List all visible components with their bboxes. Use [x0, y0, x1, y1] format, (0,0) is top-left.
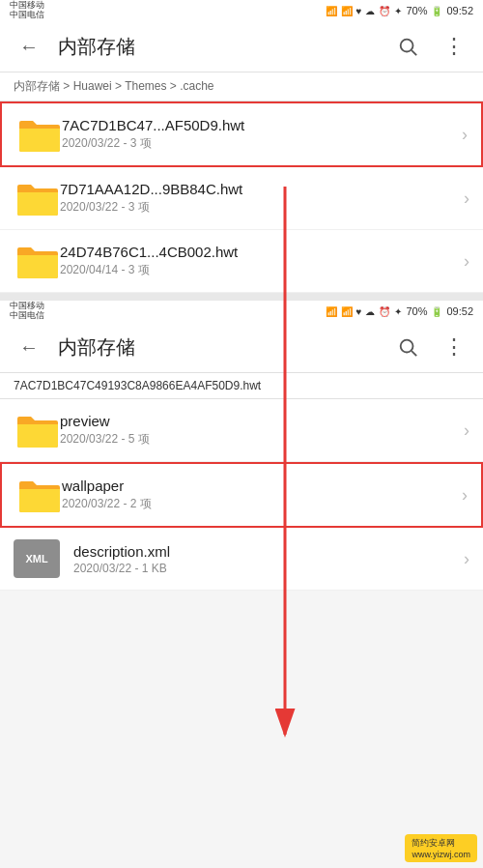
file-name-1-1: 7D71AAA12D...9BB84C.hwt [60, 181, 456, 197]
time-label: 09:52 [446, 5, 473, 16]
more-button-1[interactable]: ⋮ [437, 29, 471, 64]
carrier2-label-2: 中国电信 [10, 311, 44, 321]
file-item-2-1[interactable]: wallpaper 2020/03/22 - 2 项 › [0, 462, 483, 528]
chevron-icon-2-2: › [464, 549, 469, 569]
app-bar-2: ← 内部存储 ⋮ [0, 322, 483, 373]
watermark-line2: www.yizwj.com [412, 850, 470, 859]
file-info-2-0: preview 2020/03/22 - 5 项 [60, 413, 456, 448]
watermark-line1: 简约安卓网 [412, 837, 470, 850]
battery-label: 70% [406, 5, 427, 16]
file-name-2-0: preview [60, 413, 456, 429]
panel-1: 中国移动 中国电信 📶 📶 ♥ ☁ ⏰ ✦ 70% 🔋 09:52 ← 内部存储… [0, 0, 483, 293]
page-title-1: 内部存储 [58, 34, 379, 60]
xml-badge: XML [14, 539, 60, 578]
svg-point-2 [401, 340, 413, 353]
path-title-2: 7AC7D1BC47C49193C8A9866EA4AF50D9.hwt [0, 373, 483, 399]
file-name-2-2: description.xml [73, 543, 456, 560]
status-bar-2: 中国移动 中国电信 📶 📶 ♥ ☁ ⏰ ✦ 70% 🔋 09:52 [0, 301, 483, 322]
more-button-2[interactable]: ⋮ [437, 330, 471, 364]
file-meta-1-0: 2020/03/22 - 3 项 [62, 135, 454, 152]
page-title-2: 内部存储 [58, 334, 379, 361]
watermark: 简约安卓网 www.yizwj.com [405, 834, 477, 862]
app-bar-1: ← 内部存储 ⋮ [0, 21, 483, 72]
file-info-2-2: description.xml 2020/03/22 - 1 KB [73, 543, 456, 575]
battery-label-2: 70% [406, 305, 427, 317]
file-item-2-0[interactable]: preview 2020/03/22 - 5 项 › [0, 399, 483, 462]
file-info-1-2: 24D74B76C1...4CB002.hwt 2020/04/14 - 3 项 [60, 244, 456, 278]
folder-icon [14, 411, 60, 449]
file-item-2-2[interactable]: XML description.xml 2020/03/22 - 1 KB › [0, 528, 483, 591]
alarm-icon: ⏰ [379, 6, 390, 16]
search-icon-1 [397, 36, 418, 57]
file-list-2: preview 2020/03/22 - 5 项 › wallpaper 202… [0, 399, 483, 591]
file-meta-1-2: 2020/04/14 - 3 项 [60, 262, 456, 278]
alarm-icon-2: ⏰ [379, 306, 390, 317]
heart-icon-2: ♥ [356, 306, 362, 317]
search-button-2[interactable] [390, 330, 425, 364]
signal-icon-3: 📶 [326, 306, 337, 317]
panel-separator [0, 293, 483, 301]
heart-icon: ♥ [356, 6, 362, 16]
file-name-1-2: 24D74B76C1...4CB002.hwt [60, 244, 456, 260]
file-info-1-0: 7AC7D1BC47...AF50D9.hwt 2020/03/22 - 3 项 [62, 117, 454, 152]
file-meta-2-0: 2020/03/22 - 5 项 [60, 431, 456, 448]
file-info-1-1: 7D71AAA12D...9BB84C.hwt 2020/03/22 - 3 项 [60, 181, 456, 216]
chevron-icon-1-1: › [464, 188, 469, 209]
file-meta-2-1: 2020/03/22 - 2 项 [62, 496, 454, 512]
svg-line-1 [412, 50, 416, 55]
file-info-2-1: wallpaper 2020/03/22 - 2 项 [62, 477, 454, 512]
bluetooth-icon: ✦ [394, 6, 402, 16]
panel-2: 中国移动 中国电信 📶 📶 ♥ ☁ ⏰ ✦ 70% 🔋 09:52 ← 内部存储… [0, 301, 483, 591]
signal-icon-1: 📶 [326, 6, 337, 16]
wifi-icon: ☁ [365, 6, 375, 16]
breadcrumb-1: 内部存储 > Huawei > Themes > .cache [0, 72, 483, 101]
chevron-icon-2-0: › [464, 420, 469, 441]
file-meta-1-1: 2020/03/22 - 3 项 [60, 199, 456, 216]
file-item-1-0[interactable]: 7AC7D1BC47...AF50D9.hwt 2020/03/22 - 3 项… [0, 101, 483, 167]
folder-icon [15, 115, 62, 154]
bluetooth-icon-2: ✦ [394, 306, 402, 317]
signal-icon-4: 📶 [341, 306, 353, 317]
chevron-icon-1-0: › [462, 125, 468, 145]
file-item-1-1[interactable]: 7D71AAA12D...9BB84C.hwt 2020/03/22 - 3 项… [0, 167, 483, 230]
folder-icon [14, 242, 60, 280]
battery-icon-2: 🔋 [431, 306, 442, 317]
battery-icon: 🔋 [431, 6, 442, 16]
folder-icon [14, 179, 60, 217]
file-meta-2-2: 2020/03/22 - 1 KB [73, 562, 456, 575]
signal-icon-2: 📶 [341, 6, 353, 16]
search-button-1[interactable] [390, 29, 425, 64]
back-button-2[interactable]: ← [12, 330, 46, 364]
chevron-icon-2-1: › [462, 485, 468, 506]
chevron-icon-1-2: › [464, 251, 469, 272]
search-icon-2 [397, 336, 418, 358]
file-list-1: 7AC7D1BC47...AF50D9.hwt 2020/03/22 - 3 项… [0, 101, 483, 293]
carrier2-label: 中国电信 [10, 11, 44, 20]
back-button-1[interactable]: ← [12, 29, 46, 64]
folder-icon [15, 476, 62, 514]
file-name-2-1: wallpaper [62, 477, 454, 494]
time-label-2: 09:52 [446, 305, 473, 317]
file-item-1-2[interactable]: 24D74B76C1...4CB002.hwt 2020/04/14 - 3 项… [0, 230, 483, 293]
status-bar-1: 中国移动 中国电信 📶 📶 ♥ ☁ ⏰ ✦ 70% 🔋 09:52 [0, 0, 483, 21]
svg-point-0 [401, 40, 413, 52]
svg-line-3 [412, 351, 416, 356]
file-name-1-0: 7AC7D1BC47...AF50D9.hwt [62, 117, 454, 133]
wifi-icon-2: ☁ [365, 306, 375, 317]
